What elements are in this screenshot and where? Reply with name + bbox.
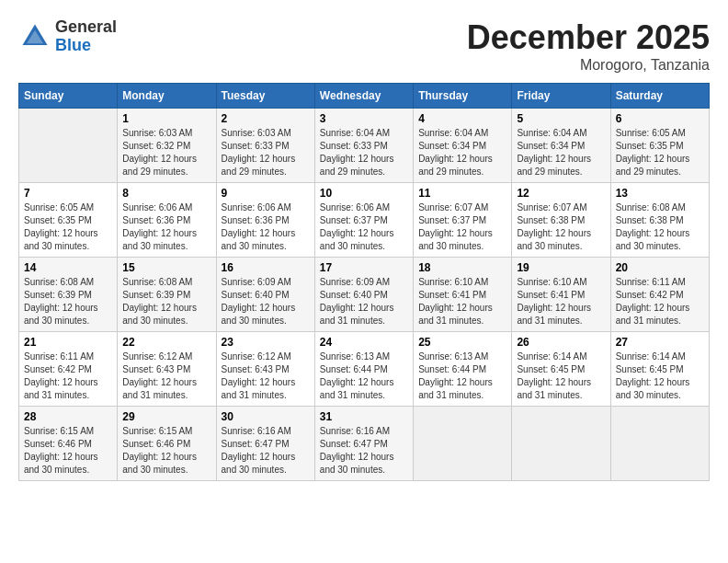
calendar-cell (414, 407, 512, 481)
day-info: Sunrise: 6:12 AMSunset: 6:43 PMDaylight:… (122, 350, 210, 402)
day-number: 14 (24, 261, 112, 274)
day-info: Sunrise: 6:09 AMSunset: 6:40 PMDaylight:… (320, 276, 408, 327)
day-number: 8 (122, 187, 210, 200)
calendar-cell: 30Sunrise: 6:16 AMSunset: 6:47 PMDayligh… (216, 407, 314, 481)
day-number: 29 (122, 410, 210, 423)
calendar-cell: 7Sunrise: 6:05 AMSunset: 6:35 PMDaylight… (19, 183, 118, 258)
day-info: Sunrise: 6:05 AMSunset: 6:35 PMDaylight:… (616, 127, 704, 178)
month-title: December 2025 (467, 18, 710, 57)
day-number: 31 (320, 410, 408, 423)
day-number: 25 (418, 336, 506, 349)
calendar-cell: 1Sunrise: 6:03 AMSunset: 6:32 PMDaylight… (118, 109, 216, 183)
day-info: Sunrise: 6:08 AMSunset: 6:39 PMDaylight:… (122, 276, 210, 327)
calendar-cell: 23Sunrise: 6:12 AMSunset: 6:43 PMDayligh… (216, 332, 314, 407)
day-info: Sunrise: 6:16 AMSunset: 6:47 PMDaylight:… (222, 425, 310, 477)
day-info: Sunrise: 6:06 AMSunset: 6:37 PMDaylight:… (320, 201, 408, 253)
weekday-header: Sunday (19, 84, 118, 109)
calendar-week-row: 21Sunrise: 6:11 AMSunset: 6:42 PMDayligh… (19, 332, 710, 407)
day-info: Sunrise: 6:15 AMSunset: 6:46 PMDaylight:… (122, 425, 210, 477)
logo: General Blue (18, 18, 117, 55)
day-number: 6 (616, 112, 704, 125)
weekday-header: Saturday (610, 84, 709, 109)
day-number: 9 (222, 187, 310, 200)
day-number: 3 (320, 112, 408, 125)
calendar-cell: 21Sunrise: 6:11 AMSunset: 6:42 PMDayligh… (19, 332, 118, 407)
calendar-cell: 22Sunrise: 6:12 AMSunset: 6:43 PMDayligh… (118, 332, 216, 407)
day-number: 26 (517, 336, 605, 349)
calendar-cell: 18Sunrise: 6:10 AMSunset: 6:41 PMDayligh… (414, 258, 512, 332)
calendar-cell: 11Sunrise: 6:07 AMSunset: 6:37 PMDayligh… (414, 183, 512, 258)
day-number: 24 (320, 336, 408, 349)
calendar-cell: 27Sunrise: 6:14 AMSunset: 6:45 PMDayligh… (610, 332, 709, 407)
calendar-cell: 16Sunrise: 6:09 AMSunset: 6:40 PMDayligh… (216, 258, 314, 332)
day-info: Sunrise: 6:13 AMSunset: 6:44 PMDaylight:… (418, 350, 506, 402)
calendar-week-row: 14Sunrise: 6:08 AMSunset: 6:39 PMDayligh… (19, 258, 710, 332)
day-number: 7 (24, 187, 112, 200)
logo-icon (18, 20, 51, 53)
calendar-cell: 20Sunrise: 6:11 AMSunset: 6:42 PMDayligh… (610, 258, 709, 332)
day-info: Sunrise: 6:04 AMSunset: 6:33 PMDaylight:… (320, 127, 408, 178)
title-block: December 2025 Morogoro, Tanzania (467, 18, 710, 74)
day-info: Sunrise: 6:12 AMSunset: 6:43 PMDaylight:… (222, 350, 310, 402)
weekday-header: Tuesday (216, 84, 314, 109)
calendar-cell: 31Sunrise: 6:16 AMSunset: 6:47 PMDayligh… (314, 407, 413, 481)
calendar-cell: 25Sunrise: 6:13 AMSunset: 6:44 PMDayligh… (414, 332, 512, 407)
calendar-cell: 17Sunrise: 6:09 AMSunset: 6:40 PMDayligh… (314, 258, 413, 332)
day-number: 17 (320, 261, 408, 274)
calendar-cell: 4Sunrise: 6:04 AMSunset: 6:34 PMDaylight… (414, 109, 512, 183)
calendar-cell: 3Sunrise: 6:04 AMSunset: 6:33 PMDaylight… (314, 109, 413, 183)
day-info: Sunrise: 6:04 AMSunset: 6:34 PMDaylight:… (517, 127, 605, 178)
day-number: 1 (122, 112, 210, 125)
day-number: 4 (418, 112, 506, 125)
logo-text: General Blue (55, 18, 117, 55)
day-info: Sunrise: 6:11 AMSunset: 6:42 PMDaylight:… (24, 350, 112, 402)
calendar-cell: 19Sunrise: 6:10 AMSunset: 6:41 PMDayligh… (512, 258, 610, 332)
calendar-cell (19, 109, 118, 183)
day-number: 22 (122, 336, 210, 349)
calendar-cell (610, 407, 709, 481)
day-info: Sunrise: 6:10 AMSunset: 6:41 PMDaylight:… (517, 276, 605, 327)
calendar-week-row: 1Sunrise: 6:03 AMSunset: 6:32 PMDaylight… (19, 109, 710, 183)
location: Morogoro, Tanzania (467, 57, 710, 74)
day-info: Sunrise: 6:09 AMSunset: 6:40 PMDaylight:… (222, 276, 310, 327)
calendar-cell: 5Sunrise: 6:04 AMSunset: 6:34 PMDaylight… (512, 109, 610, 183)
weekday-header: Monday (118, 84, 216, 109)
day-number: 21 (24, 336, 112, 349)
day-number: 15 (122, 261, 210, 274)
calendar-cell: 14Sunrise: 6:08 AMSunset: 6:39 PMDayligh… (19, 258, 118, 332)
calendar-table: SundayMondayTuesdayWednesdayThursdayFrid… (18, 83, 710, 481)
calendar-cell: 2Sunrise: 6:03 AMSunset: 6:33 PMDaylight… (216, 109, 314, 183)
day-info: Sunrise: 6:04 AMSunset: 6:34 PMDaylight:… (418, 127, 506, 178)
day-number: 18 (418, 261, 506, 274)
weekday-header: Wednesday (314, 84, 413, 109)
day-info: Sunrise: 6:07 AMSunset: 6:38 PMDaylight:… (517, 201, 605, 253)
day-number: 5 (517, 112, 605, 125)
page-header: General Blue December 2025 Morogoro, Tan… (18, 18, 710, 74)
calendar-cell: 28Sunrise: 6:15 AMSunset: 6:46 PMDayligh… (19, 407, 118, 481)
calendar-cell: 13Sunrise: 6:08 AMSunset: 6:38 PMDayligh… (610, 183, 709, 258)
calendar-cell: 12Sunrise: 6:07 AMSunset: 6:38 PMDayligh… (512, 183, 610, 258)
day-number: 23 (222, 336, 310, 349)
day-info: Sunrise: 6:03 AMSunset: 6:33 PMDaylight:… (222, 127, 310, 178)
day-info: Sunrise: 6:16 AMSunset: 6:47 PMDaylight:… (320, 425, 408, 477)
day-number: 13 (616, 187, 704, 200)
weekday-header-row: SundayMondayTuesdayWednesdayThursdayFrid… (19, 84, 710, 109)
day-info: Sunrise: 6:06 AMSunset: 6:36 PMDaylight:… (122, 201, 210, 253)
calendar-cell: 10Sunrise: 6:06 AMSunset: 6:37 PMDayligh… (314, 183, 413, 258)
day-number: 12 (517, 187, 605, 200)
calendar-cell: 9Sunrise: 6:06 AMSunset: 6:36 PMDaylight… (216, 183, 314, 258)
calendar-cell: 15Sunrise: 6:08 AMSunset: 6:39 PMDayligh… (118, 258, 216, 332)
day-number: 16 (222, 261, 310, 274)
day-number: 19 (517, 261, 605, 274)
day-number: 2 (222, 112, 310, 125)
day-number: 27 (616, 336, 704, 349)
weekday-header: Thursday (414, 84, 512, 109)
calendar-week-row: 28Sunrise: 6:15 AMSunset: 6:46 PMDayligh… (19, 407, 710, 481)
calendar-cell: 6Sunrise: 6:05 AMSunset: 6:35 PMDaylight… (610, 109, 709, 183)
calendar-cell: 26Sunrise: 6:14 AMSunset: 6:45 PMDayligh… (512, 332, 610, 407)
day-info: Sunrise: 6:10 AMSunset: 6:41 PMDaylight:… (418, 276, 506, 327)
day-number: 10 (320, 187, 408, 200)
day-info: Sunrise: 6:14 AMSunset: 6:45 PMDaylight:… (616, 350, 704, 402)
day-number: 28 (24, 410, 112, 423)
day-info: Sunrise: 6:08 AMSunset: 6:38 PMDaylight:… (616, 201, 704, 253)
